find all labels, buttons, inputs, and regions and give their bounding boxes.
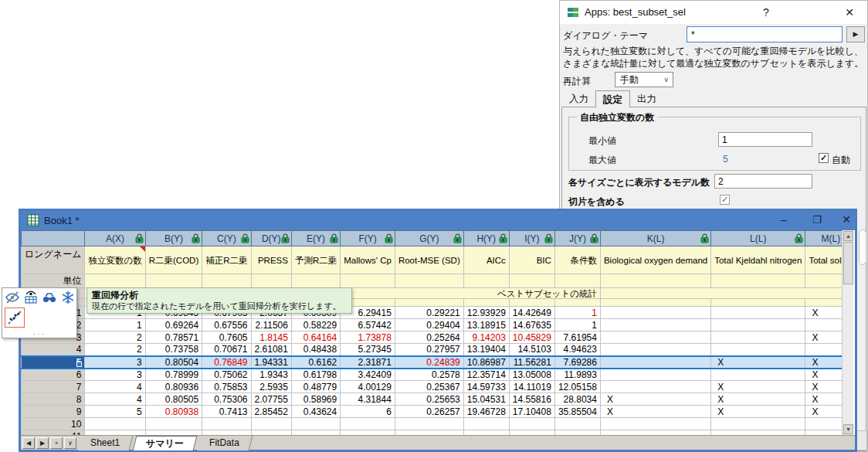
data-cell[interactable]: 0.58229 bbox=[291, 319, 340, 331]
sheet-tab-sheet1[interactable]: Sheet1 bbox=[78, 436, 134, 450]
long-name-cell[interactable]: BIC bbox=[509, 246, 554, 274]
data-cell[interactable]: 4.00129 bbox=[341, 381, 395, 393]
auto-checkbox[interactable]: ✓ bbox=[819, 153, 829, 163]
data-cell[interactable]: 0.43624 bbox=[291, 406, 340, 418]
data-cell[interactable]: 15.04531 bbox=[463, 393, 509, 406]
minimize-button[interactable]: – bbox=[774, 211, 794, 229]
column-header-M(L)[interactable]: M(L) bbox=[805, 231, 842, 246]
data-cell[interactable]: 10.86987 bbox=[463, 356, 509, 369]
data-cell[interactable]: 3.42409 bbox=[341, 369, 395, 381]
data-cell[interactable]: X bbox=[711, 381, 805, 393]
long-name-cell[interactable]: Mallows' Cp bbox=[341, 246, 395, 274]
data-cell[interactable]: 4.94623 bbox=[554, 344, 600, 356]
lock-icon[interactable] bbox=[700, 233, 709, 246]
fx-cell[interactable] bbox=[463, 299, 509, 307]
units-cell[interactable] bbox=[711, 274, 805, 288]
data-cell[interactable]: 1 bbox=[554, 307, 600, 319]
row-number[interactable]: 8 bbox=[22, 393, 85, 406]
data-cell[interactable]: 3 bbox=[85, 369, 145, 381]
long-name-cell[interactable]: Root-MSE (SD) bbox=[395, 246, 463, 274]
data-cell[interactable] bbox=[711, 344, 805, 356]
column-header-E(Y)[interactable]: E(Y) bbox=[291, 231, 340, 246]
column-header-H(Y)[interactable]: H(Y) bbox=[463, 231, 509, 246]
data-cell[interactable]: X bbox=[805, 331, 842, 344]
data-cell[interactable]: 0.70671 bbox=[202, 344, 251, 356]
data-cell[interactable]: 17.10408 bbox=[509, 406, 554, 418]
units-cell[interactable] bbox=[85, 274, 145, 288]
data-cell[interactable]: 5 bbox=[85, 406, 145, 418]
lock-icon[interactable] bbox=[544, 233, 553, 246]
tab-scroll-left-button[interactable]: ◀ bbox=[22, 437, 35, 449]
long-name-cell[interactable]: AICc bbox=[463, 246, 509, 274]
tab-output[interactable]: 出力 bbox=[630, 90, 663, 107]
data-cell[interactable] bbox=[395, 418, 463, 430]
row-number[interactable]: 7 bbox=[22, 381, 85, 393]
data-cell[interactable]: 1.94331 bbox=[251, 356, 291, 369]
data-cell[interactable]: 12.35714 bbox=[463, 369, 509, 381]
long-name-cell[interactable]: R二乗(COD) bbox=[145, 246, 202, 274]
column-header-J(Y)[interactable]: J(Y) bbox=[554, 231, 600, 246]
row-label-longname[interactable]: ロングネーム bbox=[22, 246, 85, 274]
row-label-units[interactable]: 単位 bbox=[22, 274, 85, 288]
long-name-cell[interactable]: Total Kjeldahl nitrogen bbox=[711, 246, 805, 274]
data-cell[interactable]: 1.9343 bbox=[251, 369, 291, 381]
data-cell[interactable]: 0.48438 bbox=[291, 344, 340, 356]
data-cell[interactable]: 14.5103 bbox=[509, 344, 554, 356]
dialog-close-button[interactable]: ✕ bbox=[836, 1, 863, 24]
data-cell[interactable]: 14.59733 bbox=[463, 381, 509, 393]
data-cell[interactable]: 0.73758 bbox=[145, 344, 202, 356]
data-cell[interactable]: X bbox=[711, 356, 805, 369]
data-cell[interactable]: 0.76849 bbox=[202, 356, 251, 369]
units-cell[interactable] bbox=[554, 274, 600, 288]
units-cell[interactable] bbox=[463, 274, 509, 288]
data-cell[interactable]: 12.05158 bbox=[554, 381, 600, 393]
preview-table-icon[interactable] bbox=[22, 290, 39, 305]
data-cell[interactable]: 0.27957 bbox=[395, 344, 463, 356]
scroll-down-arrow-icon[interactable]: ▼ bbox=[843, 424, 853, 434]
data-cell[interactable]: 6 bbox=[341, 406, 395, 418]
units-cell[interactable] bbox=[341, 274, 395, 288]
dialog-theme-input[interactable] bbox=[687, 26, 843, 42]
data-cell[interactable]: 0.29404 bbox=[395, 319, 463, 331]
long-name-cell[interactable]: 独立変数の数 bbox=[85, 246, 145, 274]
data-cell[interactable] bbox=[711, 418, 805, 430]
data-cell[interactable]: 19.46728 bbox=[463, 406, 509, 418]
data-cell[interactable]: 3 bbox=[85, 356, 145, 369]
units-cell[interactable] bbox=[251, 274, 291, 288]
column-header-B(Y)[interactable]: B(Y) bbox=[145, 231, 202, 246]
data-cell[interactable]: 0.80504 bbox=[145, 356, 202, 369]
dialog-titlebar[interactable]: Apps: best_subset_sel ? ✕ bbox=[560, 1, 867, 24]
column-header-D(Y)[interactable]: D(Y) bbox=[251, 231, 291, 246]
long-name-cell[interactable]: PRESS bbox=[251, 246, 291, 274]
fx-cell[interactable] bbox=[711, 299, 805, 307]
data-cell[interactable]: 0.75062 bbox=[202, 369, 251, 381]
lock-icon[interactable] bbox=[385, 233, 393, 246]
column-header-A(X)[interactable]: A(X) bbox=[85, 231, 145, 246]
recalculate-dropdown[interactable]: 手動 ∨ bbox=[615, 72, 673, 87]
units-cell[interactable] bbox=[509, 274, 554, 288]
long-name-cell[interactable]: 補正R二乗 bbox=[202, 246, 251, 274]
data-cell[interactable]: 0.69264 bbox=[145, 319, 202, 331]
scroll-up-arrow-icon[interactable]: ▲ bbox=[843, 231, 853, 241]
data-cell[interactable]: 0.61798 bbox=[291, 369, 340, 381]
fx-cell[interactable] bbox=[509, 299, 554, 307]
row-number[interactable]: 9 bbox=[22, 406, 85, 418]
data-cell[interactable] bbox=[291, 418, 340, 430]
theme-menu-button[interactable]: ▶ bbox=[846, 26, 865, 42]
data-cell[interactable] bbox=[145, 418, 202, 430]
selection-handle[interactable] bbox=[76, 362, 82, 367]
data-cell[interactable]: 0.75853 bbox=[202, 381, 251, 393]
data-cell[interactable] bbox=[805, 344, 842, 356]
add-sheet-button[interactable]: + bbox=[50, 437, 63, 449]
more-options-icon[interactable]: ··· bbox=[2, 330, 76, 338]
data-cell[interactable] bbox=[711, 307, 805, 319]
data-cell[interactable] bbox=[202, 418, 251, 430]
data-cell[interactable] bbox=[251, 418, 291, 430]
data-cell[interactable]: 11.56281 bbox=[509, 356, 554, 369]
fx-cell[interactable] bbox=[805, 299, 842, 307]
column-header-G(Y)[interactable]: G(Y) bbox=[395, 231, 463, 246]
data-cell[interactable]: 0.78571 bbox=[145, 331, 202, 344]
lock-icon[interactable] bbox=[241, 233, 249, 246]
data-cell[interactable]: 0.48779 bbox=[291, 381, 340, 393]
data-cell[interactable]: 0.64164 bbox=[291, 331, 340, 344]
